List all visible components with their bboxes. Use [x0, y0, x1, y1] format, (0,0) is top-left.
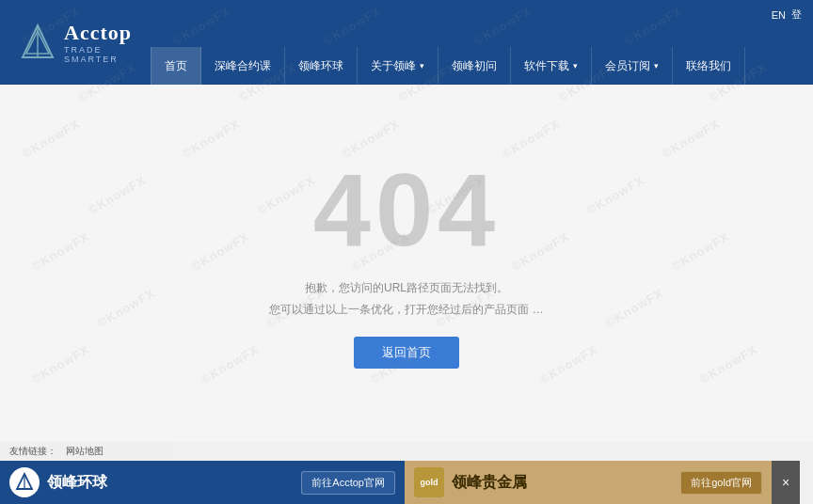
nav-item-global[interactable]: 领峰环球: [285, 47, 358, 85]
footer-brand-name-right: 领峰贵金属: [452, 473, 673, 493]
logo-tagline: TRADE SMARTER: [64, 45, 151, 64]
footer-bar: 领峰环球 前往Acctop官网 gold 领峰贵金属 前往gold官网 ×: [0, 461, 813, 504]
logo-text: Acctop TRADE SMARTER: [64, 21, 151, 64]
footer-logo-icon: [9, 467, 40, 497]
footer-close-button[interactable]: ×: [772, 461, 800, 504]
logo-area: Acctop TRADE SMARTER: [0, 21, 151, 64]
header: Acctop TRADE SMARTER 首页 深峰合约课 领峰环球 关于领峰 …: [0, 0, 813, 85]
chevron-down-icon: ▾: [420, 61, 424, 71]
error-message-2: 您可以通过以上一条优化，打开您经过后的产品页面 …: [269, 302, 543, 318]
logo-name: Acctop: [64, 21, 151, 45]
footer-visit-acctop-button[interactable]: 前往Acctop官网: [301, 471, 395, 495]
footer-right-brand: gold 领峰贵金属 前往gold官网: [405, 461, 772, 504]
nav-item-membership[interactable]: 会员订阅 ▾: [592, 47, 673, 85]
status-bar: 友情链接： 网站地图: [0, 442, 169, 461]
error-message-1: 抱歉，您访问的URL路径页面无法找到。: [305, 280, 508, 296]
chevron-down-icon-2: ▾: [573, 61, 578, 71]
logo-icon: [19, 24, 56, 61]
nav-item-contact[interactable]: 联络我们: [673, 47, 745, 85]
nav-item-download[interactable]: 软件下载 ▾: [511, 47, 592, 85]
back-home-button[interactable]: 返回首页: [354, 337, 459, 369]
nav-item-question[interactable]: 领峰初问: [438, 47, 511, 85]
footer-visit-gold-button[interactable]: 前往gold官网: [680, 471, 762, 495]
main-nav: 首页 深峰合约课 领峰环球 关于领峰 ▾ 领峰初问 软件下载 ▾ 会员订阅 ▾ …: [151, 0, 813, 85]
nav-item-about[interactable]: 关于领峰 ▾: [358, 47, 438, 85]
status-sitemap-label: 网站地图: [66, 445, 104, 458]
nav-item-home[interactable]: 首页: [151, 47, 201, 85]
user-icon[interactable]: 登: [791, 8, 802, 22]
language-selector[interactable]: EN 登: [772, 8, 802, 22]
footer-brand-name-left: 领峰环球: [47, 473, 294, 493]
chevron-down-icon-3: ▾: [654, 61, 659, 71]
lang-en[interactable]: EN: [772, 9, 786, 21]
footer-gold-logo-icon: gold: [414, 467, 444, 497]
main-content: 404 抱歉，您访问的URL路径页面无法找到。 您可以通过以上一条优化，打开您经…: [0, 85, 813, 442]
error-code: 404: [313, 158, 501, 261]
nav-item-course[interactable]: 深峰合约课: [201, 47, 285, 85]
status-links-label: 友情链接：: [9, 445, 56, 458]
footer-left-brand: 领峰环球 前往Acctop官网: [0, 461, 405, 504]
